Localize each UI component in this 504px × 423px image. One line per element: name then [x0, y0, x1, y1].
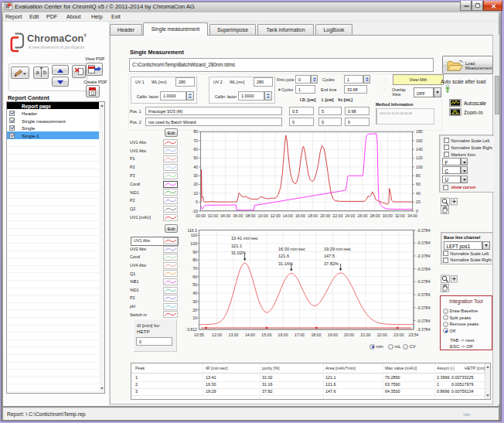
svg-text:-0.3784: -0.3784 [417, 228, 431, 233]
svg-text:17:00: 17:00 [295, 333, 305, 337]
svg-text:10: 10 [193, 191, 198, 196]
svg-text:-3.3784: -3.3784 [417, 327, 431, 332]
svg-text:30: 30 [193, 173, 198, 178]
svg-text:-0.3784: -0.3784 [417, 240, 431, 245]
svg-text:-10: -10 [192, 209, 199, 213]
svg-text:12:00: 12:00 [271, 213, 281, 218]
svg-text:70: 70 [193, 138, 198, 143]
svg-text:-0.3784: -0.3784 [417, 267, 431, 271]
svg-text:20:00: 20:00 [344, 333, 354, 337]
svg-text:10:00: 10:00 [258, 213, 268, 218]
svg-text:50: 50 [193, 155, 198, 160]
svg-text:-0.3784: -0.3784 [417, 254, 431, 258]
svg-text:160: 160 [416, 138, 423, 143]
svg-text:60: 60 [193, 147, 198, 152]
svg-text:50: 50 [192, 282, 197, 287]
svg-text:23:54: 23:54 [409, 333, 419, 337]
svg-text:-0.3784: -0.3784 [417, 292, 431, 297]
svg-text:20: 20 [192, 308, 197, 312]
svg-text:110: 110 [191, 233, 197, 237]
svg-text:16:00: 16:00 [295, 213, 305, 218]
svg-text:60: 60 [192, 275, 197, 279]
svg-text:12:00: 12:00 [212, 333, 222, 337]
svg-text:14:00: 14:00 [283, 213, 293, 218]
svg-text:40: 40 [193, 165, 198, 169]
svg-text:28:00: 28:00 [370, 213, 380, 218]
svg-text:20:00: 20:00 [320, 213, 330, 218]
svg-text:-0.3784: -0.3784 [417, 319, 431, 323]
svg-text:60: 60 [416, 182, 421, 186]
svg-text:32:00: 32:00 [395, 213, 405, 218]
svg-text:70: 70 [192, 266, 197, 271]
svg-text:-0.3784: -0.3784 [417, 305, 431, 310]
svg-text:90: 90 [192, 250, 197, 254]
svg-text:02:00: 02:00 [208, 213, 218, 218]
svg-text:24:00: 24:00 [345, 213, 355, 218]
svg-text:34:00: 34:00 [407, 213, 417, 218]
svg-text:19:00: 19:00 [328, 333, 338, 337]
svg-text:10: 10 [192, 316, 197, 320]
svg-text:16:00: 16:00 [278, 333, 288, 337]
svg-text:80: 80 [192, 258, 197, 262]
svg-text:100: 100 [190, 241, 197, 246]
svg-text:23:00: 23:00 [393, 333, 404, 337]
svg-text:40: 40 [192, 291, 197, 295]
svg-text:22:00: 22:00 [332, 213, 342, 218]
svg-text:100: 100 [416, 165, 423, 169]
svg-text:18:00: 18:00 [311, 333, 321, 337]
svg-text:30: 30 [192, 299, 197, 304]
svg-text:80: 80 [416, 173, 421, 178]
svg-text:20: 20 [416, 200, 421, 204]
svg-text:15:00: 15:00 [261, 333, 271, 337]
svg-text:08:00: 08:00 [246, 213, 256, 218]
svg-text:04:00: 04:00 [220, 213, 230, 218]
svg-text:06:00: 06:00 [233, 213, 243, 218]
svg-text:40: 40 [416, 191, 421, 196]
svg-text:120: 120 [416, 155, 423, 160]
svg-text:0: 0 [416, 209, 418, 213]
svg-text:14:00: 14:00 [245, 333, 255, 337]
svg-text:22:00: 22:00 [377, 333, 387, 337]
svg-text:26:00: 26:00 [358, 213, 368, 218]
svg-text:18:00: 18:00 [308, 213, 318, 218]
svg-text:10:55: 10:55 [194, 333, 204, 337]
svg-text:180: 180 [416, 129, 423, 134]
svg-text:00:00: 00:00 [196, 213, 206, 218]
svg-text:13:00: 13:00 [229, 333, 239, 337]
svg-text:21:00: 21:00 [361, 333, 371, 337]
svg-text:20: 20 [193, 182, 198, 186]
svg-text:30:00: 30:00 [383, 213, 393, 218]
svg-text:-0.3784: -0.3784 [417, 279, 431, 284]
svg-text:-3.812: -3.812 [186, 327, 197, 332]
svg-text:0: 0 [196, 200, 198, 204]
svg-text:140: 140 [416, 147, 423, 152]
svg-text:80: 80 [193, 129, 198, 134]
svg-text:116.3: 116.3 [187, 228, 197, 233]
